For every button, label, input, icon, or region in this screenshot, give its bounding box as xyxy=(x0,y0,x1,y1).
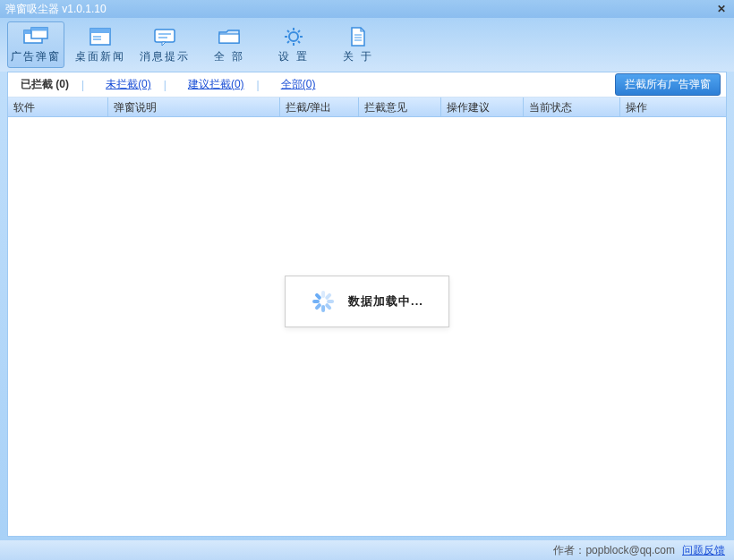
svg-line-21 xyxy=(298,30,300,32)
separator: | xyxy=(164,79,166,91)
document-icon xyxy=(346,26,371,47)
toolbar-label: 消息提示 xyxy=(140,49,190,64)
author-email: popblock@qq.com xyxy=(585,544,675,556)
svg-line-20 xyxy=(287,41,289,43)
toolbar-ad-popup-button[interactable]: 广告弹窗 xyxy=(7,21,64,68)
folder-icon xyxy=(217,26,242,47)
title-bar[interactable]: 弹窗吸尘器 v1.0.1.10 ✕ xyxy=(0,0,734,18)
tab-unblocked[interactable]: 未拦截(0) xyxy=(98,77,158,92)
svg-rect-8 xyxy=(155,30,175,42)
toolbar-label: 全 部 xyxy=(214,49,243,64)
toolbar-about-button[interactable]: 关 于 xyxy=(329,21,387,68)
loading-text: 数据加载中... xyxy=(348,293,423,310)
toolbar-message-button[interactable]: 消息提示 xyxy=(136,21,193,68)
loading-indicator: 数据加载中... xyxy=(285,276,449,327)
message-icon xyxy=(152,26,177,47)
filter-tabs-row: 已拦截 (0) | 未拦截(0) | 建议拦截(0) | 全部(0) 拦截所有广… xyxy=(8,72,726,98)
toolbar-all-button[interactable]: 全 部 xyxy=(201,21,258,68)
table-body: 数据加载中... xyxy=(8,117,726,536)
toolbar-label: 关 于 xyxy=(343,49,372,64)
news-icon xyxy=(88,26,113,47)
window-title: 弹窗吸尘器 v1.0.1.10 xyxy=(5,2,714,17)
svg-point-13 xyxy=(289,32,298,41)
tab-suggest[interactable]: 建议拦截(0) xyxy=(181,77,252,92)
toolbar-desktop-news-button[interactable]: 桌面新闻 xyxy=(72,21,129,68)
svg-rect-3 xyxy=(31,28,47,31)
table-header: 软件 弹窗说明 拦截/弹出 拦截意见 操作建议 当前状态 操作 xyxy=(8,98,726,117)
app-window: 弹窗吸尘器 v1.0.1.10 ✕ 广告弹窗 桌面新闻 消息提示 全 部 xyxy=(0,0,734,560)
col-opinion[interactable]: 拦截意见 xyxy=(359,98,441,116)
toolbar-label: 广告弹窗 xyxy=(11,49,61,64)
tab-all[interactable]: 全部(0) xyxy=(274,77,323,92)
col-software[interactable]: 软件 xyxy=(8,98,108,116)
separator: | xyxy=(81,79,84,91)
col-description[interactable]: 弹窗说明 xyxy=(108,98,280,116)
spinner-icon xyxy=(311,289,336,314)
feedback-link[interactable]: 问题反馈 xyxy=(682,543,725,558)
author-label: 作者： xyxy=(553,543,585,558)
col-suggestion[interactable]: 操作建议 xyxy=(441,98,524,116)
toolbar-label: 设 置 xyxy=(278,49,308,64)
gear-icon xyxy=(281,26,306,47)
svg-line-19 xyxy=(298,41,300,43)
svg-line-18 xyxy=(287,30,289,32)
col-status[interactable]: 当前状态 xyxy=(524,98,620,116)
col-block-popup[interactable]: 拦截/弹出 xyxy=(280,98,359,116)
svg-rect-5 xyxy=(90,29,110,33)
content-panel: 已拦截 (0) | 未拦截(0) | 建议拦截(0) | 全部(0) 拦截所有广… xyxy=(7,72,727,537)
svg-rect-12 xyxy=(219,34,239,43)
separator: | xyxy=(257,79,260,91)
svg-marker-11 xyxy=(162,42,166,46)
toolbar-settings-button[interactable]: 设 置 xyxy=(265,21,322,68)
block-all-button[interactable]: 拦截所有广告弹窗 xyxy=(615,73,721,96)
status-bar: 作者： popblock@qq.com 问题反馈 xyxy=(0,540,734,560)
tab-blocked[interactable]: 已拦截 (0) xyxy=(13,77,76,92)
main-toolbar: 广告弹窗 桌面新闻 消息提示 全 部 设 置 xyxy=(0,18,734,72)
window-icon xyxy=(23,26,48,47)
col-action[interactable]: 操作 xyxy=(620,98,726,116)
close-icon[interactable]: ✕ xyxy=(714,3,729,15)
toolbar-label: 桌面新闻 xyxy=(75,49,125,64)
